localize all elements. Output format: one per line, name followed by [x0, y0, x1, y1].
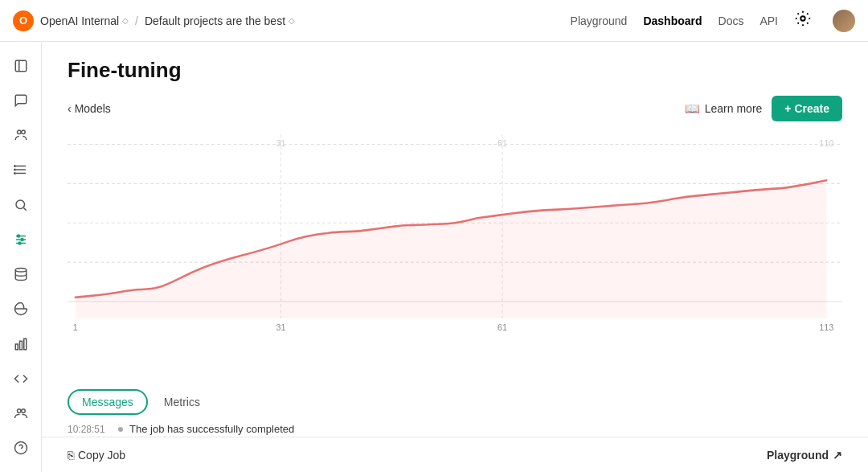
breadcrumb-separator: / — [135, 14, 138, 27]
sidebar-list-icon[interactable] — [6, 156, 35, 184]
toolbar: ‹ Models 📖 Learn more + Create — [68, 96, 842, 121]
book-icon: 📖 — [685, 101, 700, 116]
tabs-section: Messages Metrics 10:28:51 The job has su… — [42, 389, 868, 437]
breadcrumb: O OpenAI Internal ◇ / Default projects a… — [13, 10, 571, 31]
svg-text:61: 61 — [497, 322, 507, 332]
svg-text:110: 110 — [819, 137, 833, 147]
message-text: The job has successfully completed — [129, 423, 294, 435]
sidebar-assistants-icon[interactable] — [6, 121, 35, 150]
svg-point-0 — [800, 16, 805, 21]
chart-container: 0.26 0.3 0.34 0.38 1 31 61 113 31 61 110 — [42, 131, 868, 389]
nav-playground[interactable]: Playground — [571, 14, 628, 27]
svg-point-25 — [21, 409, 25, 413]
message-time: 10:28:51 — [68, 424, 112, 435]
back-to-models-button[interactable]: ‹ Models — [68, 102, 111, 115]
svg-rect-1 — [15, 60, 27, 72]
tab-messages[interactable]: Messages — [68, 389, 148, 415]
svg-text:1: 1 — [73, 322, 78, 332]
svg-point-11 — [16, 200, 25, 209]
org-chevron-icon: ◇ — [122, 16, 129, 25]
svg-point-10 — [14, 173, 15, 174]
sidebar-help-icon[interactable] — [6, 434, 35, 462]
playground-link-button[interactable]: Playground ↗ — [767, 449, 842, 462]
sidebar-toggle-icon[interactable] — [6, 51, 35, 80]
back-chevron-icon: ‹ — [68, 102, 72, 115]
org-name[interactable]: OpenAI Internal ◇ — [40, 14, 129, 27]
page-header: Fine-tuning ‹ Models 📖 Learn more + Crea… — [42, 42, 868, 131]
svg-text:113: 113 — [819, 322, 833, 332]
svg-point-14 — [17, 235, 19, 237]
main-content: Fine-tuning ‹ Models 📖 Learn more + Crea… — [42, 42, 868, 472]
top-navigation: O OpenAI Internal ◇ / Default projects a… — [0, 0, 868, 42]
toolbar-right: 📖 Learn more + Create — [685, 96, 842, 121]
sidebar-code-icon[interactable] — [6, 364, 35, 392]
svg-point-18 — [18, 242, 21, 244]
message-dot — [118, 427, 123, 432]
bottom-bar: ⎘ Copy Job Playground ↗ — [42, 437, 868, 472]
org-icon: O — [13, 10, 34, 31]
svg-rect-22 — [19, 341, 22, 350]
settings-icon[interactable] — [794, 10, 817, 32]
copy-icon: ⎘ — [68, 449, 74, 462]
sidebar-evals-icon[interactable] — [6, 295, 35, 323]
message-row: 10:28:51 The job has successfully comple… — [68, 421, 842, 437]
svg-point-4 — [21, 130, 25, 134]
svg-point-3 — [17, 130, 21, 134]
nav-docs[interactable]: Docs — [719, 14, 744, 27]
project-chevron-icon: ◇ — [289, 16, 295, 25]
sidebar-team-icon[interactable] — [6, 400, 35, 428]
svg-point-19 — [15, 269, 27, 273]
messages-list: 10:28:51 The job has successfully comple… — [68, 421, 842, 437]
svg-point-16 — [21, 238, 23, 240]
tab-metrics[interactable]: Metrics — [151, 391, 213, 413]
svg-line-12 — [23, 207, 26, 210]
sidebar-bar-chart-icon[interactable] — [6, 330, 35, 358]
svg-point-8 — [14, 166, 15, 167]
create-button[interactable]: + Create — [772, 96, 842, 121]
learn-more-button[interactable]: 📖 Learn more — [685, 101, 763, 116]
project-name[interactable]: Default projects are the best ◇ — [145, 14, 295, 27]
svg-point-9 — [14, 170, 15, 171]
sidebar-finetune-icon[interactable] — [6, 225, 35, 253]
sidebar — [0, 42, 42, 472]
sidebar-chat-icon[interactable] — [6, 86, 35, 114]
sidebar-storage-icon[interactable] — [6, 261, 35, 289]
page-title: Fine-tuning — [68, 58, 842, 83]
copy-job-button[interactable]: ⎘ Copy Job — [68, 449, 125, 462]
nav-dashboard[interactable]: Dashboard — [643, 14, 702, 27]
svg-rect-21 — [15, 344, 18, 350]
chart-wrap: 0.26 0.3 0.34 0.38 1 31 61 113 31 61 110 — [68, 134, 842, 343]
nav-links: Playground Dashboard Docs API — [571, 10, 855, 32]
external-link-icon: ↗ — [833, 449, 842, 462]
svg-text:31: 31 — [276, 137, 286, 147]
tabs-bar: Messages Metrics — [68, 389, 842, 415]
line-chart: 0.26 0.3 0.34 0.38 1 31 61 113 31 61 110 — [68, 134, 842, 343]
svg-text:61: 61 — [497, 137, 507, 147]
svg-rect-23 — [23, 339, 26, 350]
nav-api[interactable]: API — [760, 14, 778, 27]
avatar[interactable] — [833, 10, 855, 32]
svg-point-24 — [17, 409, 21, 413]
svg-text:31: 31 — [276, 322, 286, 332]
main-layout: Fine-tuning ‹ Models 📖 Learn more + Crea… — [0, 42, 868, 472]
sidebar-search-icon[interactable] — [6, 191, 35, 219]
